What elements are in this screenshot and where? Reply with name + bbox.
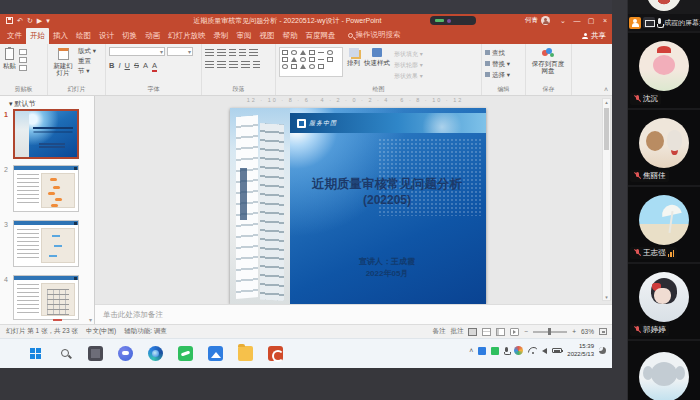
vertical-scrollbar[interactable]: ▴▾ <box>602 98 611 301</box>
collapse-ribbon-icon[interactable]: ˄ <box>604 86 608 93</box>
redo-icon[interactable]: ↻ <box>27 17 33 24</box>
save-to-baidu-button[interactable]: 保存到百度网盘 <box>529 47 567 75</box>
participant-tile[interactable]: 沈沉 <box>628 33 700 108</box>
clock[interactable]: 15:392022/5/13 <box>567 343 594 359</box>
tray-blue-app-icon[interactable] <box>478 347 486 355</box>
start-button-icon[interactable] <box>28 346 43 361</box>
account-name[interactable]: 何青 <box>525 16 538 25</box>
slideshow-icon[interactable]: ▶ <box>37 17 42 24</box>
tab-animations[interactable]: 动画 <box>141 28 164 44</box>
participant-tile[interactable]: 焦丽佳 <box>628 110 700 185</box>
tab-review[interactable]: 审阅 <box>233 28 256 44</box>
scrollbar-thumb[interactable] <box>604 108 609 150</box>
line-spacing-button[interactable] <box>249 49 258 56</box>
reading-view-button[interactable] <box>496 328 505 336</box>
select-button[interactable]: 选择 ▾ <box>485 71 522 80</box>
zoom-in-icon[interactable]: + <box>572 328 576 335</box>
align-left-button[interactable] <box>205 61 214 68</box>
screen-share-status-row[interactable]: 成霞的屏幕共享 <box>628 14 700 31</box>
thumbnail-slide-3[interactable]: 3 <box>0 218 95 271</box>
columns-button[interactable] <box>253 61 260 68</box>
restore-button[interactable]: ▢ <box>584 17 598 25</box>
tab-insert[interactable]: 插入 <box>49 28 72 44</box>
wifi-icon[interactable] <box>528 347 537 354</box>
tab-help[interactable]: 帮助 <box>279 28 302 44</box>
tab-slideshow[interactable]: 幻灯片放映 <box>164 28 210 44</box>
thumbnails-scroll-down-icon[interactable]: ▾ <box>89 316 92 323</box>
underline-button[interactable]: U <box>125 61 130 70</box>
arrange-button[interactable]: 排列 <box>347 47 360 86</box>
participant-tile[interactable]: 王志强 <box>628 187 700 262</box>
shape-outline-button[interactable]: 形状轮廓 ▾ <box>394 61 423 70</box>
decrease-indent-button[interactable] <box>229 49 236 56</box>
blue-app-icon[interactable] <box>208 346 223 361</box>
volume-icon[interactable] <box>542 348 547 354</box>
shapes-gallery[interactable] <box>279 47 343 77</box>
normal-view-button[interactable] <box>468 328 477 336</box>
slide-sorter-view-button[interactable] <box>482 328 491 336</box>
thumbnail-slide-2[interactable]: 2 <box>0 163 95 216</box>
file-explorer-icon[interactable] <box>238 346 253 361</box>
justify-button[interactable] <box>241 61 250 68</box>
slide-editor[interactable]: 服务中国 近期质量审核常见问题分析 (202205) 宣讲人：王成霞 2022年… <box>230 108 486 304</box>
copy-button[interactable] <box>19 57 27 63</box>
tab-file[interactable]: 文件 <box>3 28 26 44</box>
chat-app-icon[interactable] <box>118 346 133 361</box>
zoom-out-icon[interactable]: − <box>524 328 528 335</box>
layout-button[interactable]: 版式 ▾ <box>78 47 96 56</box>
shape-fill-button[interactable]: 形状填充 ▾ <box>394 50 423 59</box>
tray-overflow-icon[interactable]: ˄ <box>469 347 473 354</box>
powerpoint-taskbar-icon[interactable] <box>268 346 283 361</box>
tab-design[interactable]: 设计 <box>95 28 118 44</box>
close-button[interactable]: × <box>598 17 612 24</box>
reset-button[interactable]: 重置 <box>78 57 96 66</box>
find-button[interactable]: 查找 <box>485 49 522 58</box>
tab-draw[interactable]: 绘图 <box>72 28 95 44</box>
slideshow-view-button[interactable] <box>510 328 519 336</box>
undo-icon[interactable]: ↶ <box>17 17 23 24</box>
shape-effects-button[interactable]: 形状效果 ▾ <box>394 72 423 81</box>
tab-baidu-netdisk[interactable]: 百度网盘 <box>302 28 340 44</box>
participant-tile[interactable]: 郭婷婷 <box>628 264 700 339</box>
font-name-select[interactable]: ▾ <box>109 47 165 56</box>
align-center-button[interactable] <box>217 61 226 68</box>
replace-button[interactable]: 替换 ▾ <box>485 60 522 69</box>
zoom-slider[interactable] <box>533 331 567 333</box>
zoom-slider-thumb[interactable] <box>548 328 551 335</box>
task-view-icon[interactable] <box>88 346 103 361</box>
font-size-select[interactable]: ▾ <box>167 47 193 56</box>
participant-tile[interactable] <box>628 341 700 400</box>
share-button[interactable]: 共享 <box>582 31 606 41</box>
do-not-disturb-icon[interactable] <box>599 347 606 354</box>
character-spacing-button[interactable]: A <box>143 61 148 70</box>
tab-home[interactable]: 开始 <box>26 28 49 44</box>
bullets-button[interactable] <box>205 49 214 56</box>
save-icon[interactable] <box>6 17 13 24</box>
edge-browser-icon[interactable] <box>148 346 163 361</box>
tray-microphone-icon[interactable] <box>504 347 509 355</box>
fit-to-window-icon[interactable] <box>599 328 607 335</box>
language-indicator[interactable]: 中文(中国) <box>86 327 116 336</box>
tab-record[interactable]: 录制 <box>210 28 233 44</box>
slide-counter[interactable]: 幻灯片 第 1 张，共 23 张 <box>6 327 78 336</box>
tray-color-app-icon[interactable] <box>514 346 523 355</box>
taskbar-search-icon[interactable] <box>58 346 73 361</box>
new-slide-button[interactable]: 新建幻灯片 <box>51 47 75 86</box>
tab-transitions[interactable]: 切换 <box>118 28 141 44</box>
paste-button[interactable]: 粘贴 <box>3 47 16 86</box>
green-app-icon[interactable] <box>178 346 193 361</box>
thumbnail-slide-4[interactable]: 4 <box>0 273 95 326</box>
account-avatar[interactable] <box>541 16 550 25</box>
quick-styles-button[interactable]: 快速样式 <box>364 47 390 86</box>
section-button[interactable]: 节 ▾ <box>78 67 96 76</box>
tell-me-search[interactable]: 操作说明搜索 <box>340 30 401 44</box>
bold-button[interactable]: B <box>109 61 114 70</box>
minimize-button[interactable]: — <box>570 17 584 24</box>
font-color-button[interactable]: A <box>152 61 157 72</box>
cut-button[interactable] <box>19 49 27 55</box>
accessibility-checker[interactable]: 辅助功能: 调查 <box>124 327 167 336</box>
comments-toggle[interactable]: 批注 <box>450 327 463 336</box>
increase-indent-button[interactable] <box>239 49 246 56</box>
meeting-overlay-pill[interactable] <box>430 16 476 25</box>
zoom-level[interactable]: 63% <box>581 328 594 335</box>
